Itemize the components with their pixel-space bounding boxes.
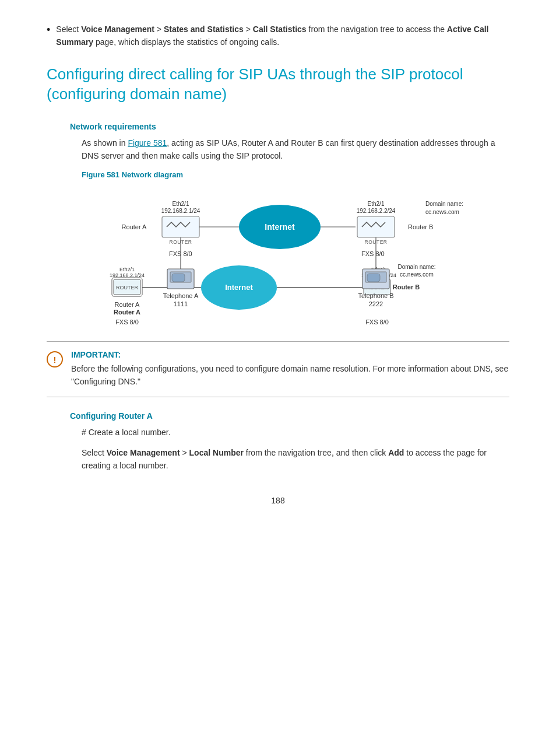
svg-text:Eth2/1: Eth2/1 xyxy=(368,201,385,207)
page-title: Configuring direct calling for SIP UAs t… xyxy=(47,65,509,104)
svg-text:Eth2/1: Eth2/1 xyxy=(173,201,189,207)
network-diagram-main: Eth2/1 192.168.2.1/24 ROUTER Router A FX… xyxy=(82,187,478,327)
bullet-dot: • xyxy=(47,22,50,48)
svg-text:Internet: Internet xyxy=(265,222,295,232)
svg-text:FXS 8/0: FXS 8/0 xyxy=(361,250,385,257)
svg-text:cc.news.com: cc.news.com xyxy=(425,209,459,215)
svg-rect-38 xyxy=(357,216,395,237)
svg-text:192.168.2.2/24: 192.168.2.2/24 xyxy=(357,208,396,214)
svg-text:Domain name:: Domain name: xyxy=(425,201,463,207)
add-bold: Add xyxy=(388,448,404,457)
svg-text:Router B: Router B xyxy=(408,223,433,230)
figure-heading: Figure 581 Network diagram xyxy=(82,170,509,179)
figure-581-link[interactable]: Figure 581 xyxy=(128,138,167,148)
important-content: IMPORTANT: Before the following configur… xyxy=(71,350,509,388)
configuring-router-a-heading: Configuring Router A xyxy=(70,411,509,421)
svg-text:192.168.2.1/24: 192.168.2.1/24 xyxy=(161,208,200,214)
local-number-bold: Local Number xyxy=(189,448,244,457)
bullet-section: • Select Voice Management > States and S… xyxy=(47,23,509,48)
network-requirements-body: As shown in Figure 581, acting as SIP UA… xyxy=(82,137,509,162)
bullet-text-after1: from the navigation tree to access the xyxy=(307,24,447,34)
voice-management-step2: Voice Management xyxy=(107,448,180,457)
svg-text:2222: 2222 xyxy=(369,300,383,307)
bullet-text-after2: page, which displays the statistics of o… xyxy=(93,37,279,47)
states-statistics-bold: States and Statistics xyxy=(164,24,244,34)
bullet-text: Select Voice Management > States and Sta… xyxy=(56,23,509,48)
voice-management-bold: Voice Management xyxy=(81,24,154,34)
important-icon: ! xyxy=(47,351,63,368)
svg-text:Router A: Router A xyxy=(122,223,147,230)
important-text: Before the following configurations, you… xyxy=(71,363,509,388)
bullet-item: • Select Voice Management > States and S… xyxy=(47,23,509,48)
step2-text-mid: from the navigation tree, and then click xyxy=(244,448,388,457)
page-number: 188 xyxy=(47,496,509,505)
call-statistics-bold: Call Statistics xyxy=(253,24,307,34)
important-label: IMPORTANT: xyxy=(71,350,509,359)
svg-text:1111: 1111 xyxy=(174,300,188,307)
important-box: ! IMPORTANT: Before the following config… xyxy=(47,341,509,397)
step1-text: # Create a local number. xyxy=(82,426,509,439)
network-requirements-heading: Network requirements xyxy=(70,122,509,131)
svg-rect-23 xyxy=(162,216,199,237)
network-diagram: Router A Eth2/1 192.168.2.1/24 ROUTER Ro… xyxy=(82,187,478,327)
svg-text:Telephone B: Telephone B xyxy=(358,292,393,299)
svg-text:Telephone A: Telephone A xyxy=(163,292,199,299)
step2-text: Select Voice Management > Local Number f… xyxy=(82,447,509,472)
